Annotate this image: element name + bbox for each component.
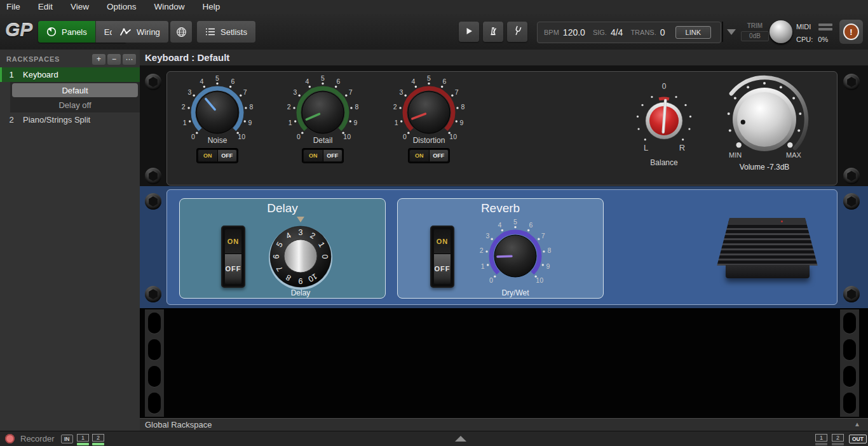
panic-button[interactable]	[839, 20, 863, 44]
channel-meter	[832, 443, 844, 445]
svg-text:3: 3	[485, 232, 489, 240]
output-channel-1-meter: 1	[815, 434, 827, 445]
delay-section: Delay ON OFF 012345678910 Delay	[179, 198, 386, 299]
svg-text:2: 2	[287, 103, 291, 111]
rack-screw	[843, 168, 860, 184]
switch-on-label: ON	[225, 229, 241, 253]
svg-text:3: 3	[293, 88, 297, 96]
global-gain-knob[interactable]	[770, 20, 792, 43]
exclamation-icon	[843, 24, 859, 40]
menu-bar: FileEditViewOptionsWindowHelp	[0, 0, 868, 15]
svg-text:6: 6	[443, 78, 447, 85]
chevron-down-icon	[727, 29, 736, 35]
expression-pedal[interactable]	[715, 218, 820, 278]
balance-knob[interactable]: 0LR	[626, 79, 702, 164]
detail-onoff-button[interactable]: ON OFF	[302, 149, 343, 163]
rack-screw	[145, 286, 161, 302]
svg-text:0: 0	[662, 82, 667, 91]
rack-panel-top: 012345678910 Noise ON OFF 012345678910 D…	[140, 65, 868, 186]
bpm-value[interactable]: 120.0	[563, 27, 585, 37]
reverb-power-switch[interactable]: ON OFF	[430, 226, 454, 288]
metronome-button[interactable]	[483, 22, 503, 42]
svg-text:1: 1	[395, 119, 398, 126]
rackspace-name: Piano/Strings Split	[23, 115, 90, 125]
trim-value: 0dB	[741, 31, 769, 41]
svg-text:3: 3	[299, 228, 303, 237]
add-rackspace-button[interactable]: +	[92, 54, 105, 65]
menu-item[interactable]: Options	[98, 0, 146, 14]
svg-text:1: 1	[183, 119, 187, 126]
rack-rail-right	[840, 309, 859, 417]
off-segment[interactable]: OFF	[429, 150, 449, 161]
rack-slot	[843, 393, 856, 414]
rackspace-index: 2	[5, 115, 18, 125]
svg-text:5: 5	[215, 74, 219, 82]
switch-off-label: OFF	[434, 253, 451, 284]
channel-number: 1	[77, 434, 89, 442]
remove-rackspace-button[interactable]: −	[107, 54, 121, 65]
gp-logo: GP	[5, 19, 32, 41]
svg-text:0: 0	[489, 276, 493, 284]
svg-text:6: 6	[529, 221, 533, 229]
sig-value[interactable]: 4/4	[611, 27, 623, 37]
tab-setlists-label: Setlists	[220, 27, 247, 37]
svg-text:L: L	[644, 143, 648, 152]
off-segment[interactable]: OFF	[323, 150, 342, 161]
variation-item-default[interactable]: Default	[12, 83, 138, 97]
trim-label: TRIM	[741, 22, 769, 29]
tab-setlists[interactable]: Setlists	[197, 21, 255, 43]
expand-up-icon[interactable]: ▲	[854, 421, 860, 428]
record-icon[interactable]	[5, 434, 15, 443]
menu-item[interactable]: Edit	[29, 0, 62, 14]
rackspaces-sidebar: RACKSPACES + − ··· 1 Keyboard Default De…	[0, 50, 140, 431]
tempo-dropdown-button[interactable]	[722, 22, 740, 42]
tab-wiring[interactable]: Wiring	[112, 21, 168, 43]
output-channel-2-meter: 2	[832, 434, 844, 445]
cpu-label: CPU:	[796, 36, 813, 43]
rack-screw	[843, 286, 860, 302]
svg-text:4: 4	[412, 78, 416, 85]
off-segment[interactable]: OFF	[217, 150, 237, 161]
reverb-drywet-knob[interactable]: 012345678910	[477, 218, 553, 297]
global-rackspace-label: Global Rackspace	[140, 419, 868, 431]
noise-onoff-button[interactable]: ON OFF	[197, 149, 238, 163]
cpu-value: 0%	[818, 36, 828, 43]
svg-text:0: 0	[320, 255, 329, 259]
global-rackspace-button[interactable]	[170, 21, 192, 43]
ableton-link-button[interactable]: LINK	[675, 26, 711, 39]
menu-item[interactable]: View	[62, 0, 98, 14]
rackspace-item-keyboard[interactable]: 1 Keyboard	[0, 67, 140, 82]
rack-screw	[145, 193, 161, 210]
rack-screw	[843, 193, 860, 210]
switch-on-label: ON	[434, 229, 451, 253]
on-segment[interactable]: ON	[304, 150, 323, 161]
tuner-button[interactable]	[507, 22, 527, 42]
svg-text:3: 3	[399, 88, 403, 96]
trans-value[interactable]: 0	[660, 27, 665, 37]
menu-item[interactable]: Window	[146, 0, 194, 14]
noise-knob-label: Noise	[179, 136, 255, 145]
rackspace-item-piano-strings-split[interactable]: 2 Piano/Strings Split	[0, 112, 140, 127]
menu-item[interactable]: Help	[194, 0, 229, 14]
expand-statusbar-icon[interactable]	[455, 436, 466, 442]
svg-text:1: 1	[288, 119, 292, 126]
global-rackspace-bar[interactable]: Global Rackspace ▲	[140, 418, 868, 431]
variation-item-delay-off[interactable]: Delay off	[10, 98, 140, 112]
wiring-icon	[120, 27, 132, 36]
tempo-panel[interactable]: BPM 120.0 SIG. 4/4 TRANS. 0 LINK	[537, 22, 721, 43]
play-button[interactable]	[459, 22, 479, 42]
rack-screw	[145, 168, 161, 184]
tuning-fork-icon	[513, 25, 522, 38]
rack-slot	[148, 393, 161, 414]
rackspace-menu-button[interactable]: ···	[123, 54, 136, 65]
on-segment[interactable]: ON	[198, 150, 217, 161]
menu-item[interactable]: File	[0, 0, 29, 14]
detail-knob-label: Detail	[285, 136, 361, 145]
distortion-onoff-button[interactable]: ON OFF	[409, 149, 449, 163]
delay-power-switch[interactable]: ON OFF	[221, 226, 245, 288]
on-segment[interactable]: ON	[410, 150, 429, 161]
delay-dial-label: Delay	[259, 288, 342, 297]
variation-list: Default Delay off	[10, 82, 140, 112]
tab-panels[interactable]: Panels	[38, 21, 95, 43]
volume-knob[interactable]: MINMAX	[710, 67, 818, 178]
